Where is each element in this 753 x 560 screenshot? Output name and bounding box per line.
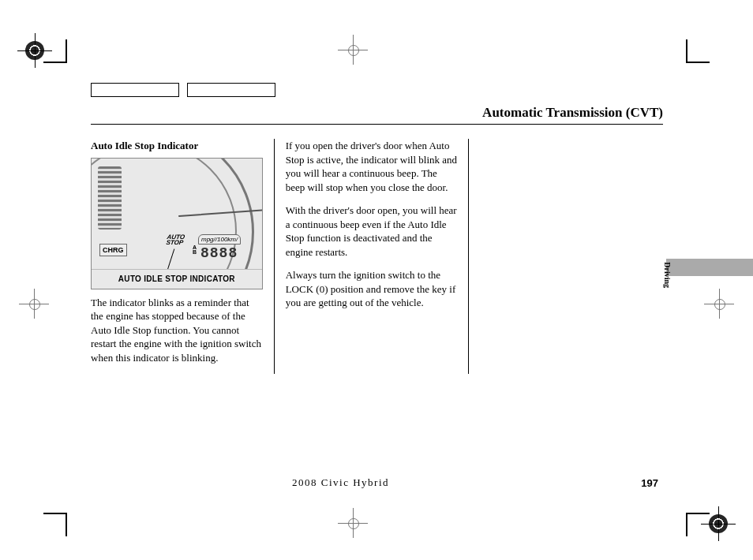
column-2: If you open the driver's door when Auto … [275,139,470,374]
header-placeholder-boxes [91,83,663,97]
subheading: Auto Idle Stop Indicator [91,139,263,153]
section-tab-label: Driving [663,262,672,288]
registration-mark-icon [707,513,729,535]
placeholder-box [91,83,179,97]
body-text: If you open the driver's door when Auto … [286,139,458,194]
registration-cross-icon [28,298,39,309]
indicator-figure: CHRG AUTO STOP mpg//100km/ A B 8888 AUTO… [91,158,263,289]
page-content: Automatic Transmission (CVT) Auto Idle S… [91,83,663,477]
registration-mark-icon [24,39,46,62]
column-3 [469,139,663,374]
page-title: Automatic Transmission (CVT) [91,105,663,125]
column-1: Auto Idle Stop Indicator CHRG AUTO STOP … [91,139,275,374]
registration-cross-icon [347,44,358,55]
page-number: 197 [641,477,658,489]
placeholder-box [187,83,275,97]
section-tab [666,259,753,276]
footer-model: 2008 Civic Hybrid [292,476,389,489]
body-text: With the driver's door open, you will he… [286,203,458,259]
figure-segment-display: 8888 [200,244,238,263]
body-text: The indicator blinks as a reminder that … [91,296,263,365]
figure-auto-stop-label: AUTO STOP [166,234,185,245]
body-text: Always turn the ignition switch to the L… [286,268,458,310]
figure-caption: AUTO IDLE STOP INDICATOR [92,269,262,289]
figure-chrg-label: CHRG [99,244,127,256]
registration-cross-icon [347,517,358,528]
registration-cross-icon [714,298,725,309]
figure-ab-label: A B [193,245,197,256]
